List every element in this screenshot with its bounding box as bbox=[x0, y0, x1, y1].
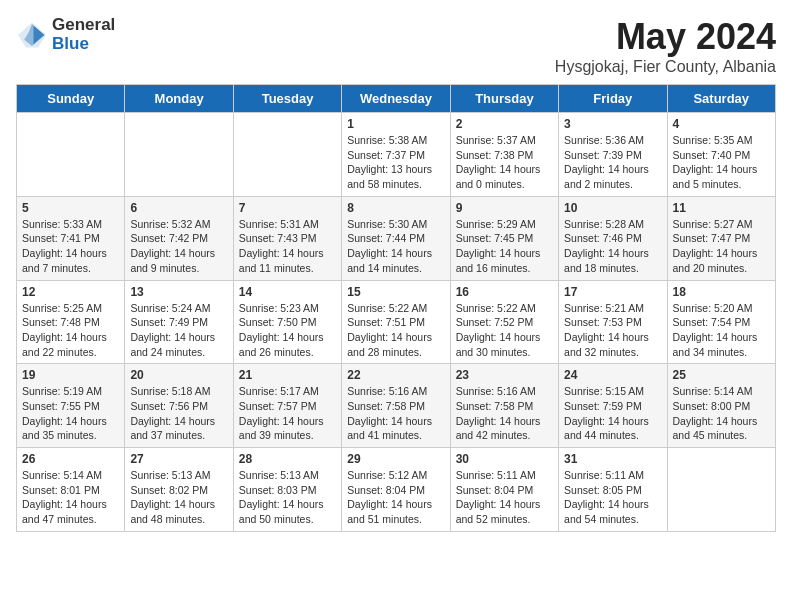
daylight-text: Daylight: 13 hours and 58 minutes. bbox=[347, 163, 432, 190]
day-header-thursday: Thursday bbox=[450, 85, 558, 113]
day-number: 1 bbox=[347, 117, 444, 131]
sunrise-text: Sunrise: 5:32 AM bbox=[130, 218, 210, 230]
cell-content: Sunrise: 5:27 AMSunset: 7:47 PMDaylight:… bbox=[673, 217, 770, 276]
daylight-text: Daylight: 14 hours and 5 minutes. bbox=[673, 163, 758, 190]
sunset-text: Sunset: 7:37 PM bbox=[347, 149, 425, 161]
daylight-text: Daylight: 14 hours and 32 minutes. bbox=[564, 331, 649, 358]
calendar-cell: 24Sunrise: 5:15 AMSunset: 7:59 PMDayligh… bbox=[559, 364, 667, 448]
daylight-text: Daylight: 14 hours and 34 minutes. bbox=[673, 331, 758, 358]
sunrise-text: Sunrise: 5:30 AM bbox=[347, 218, 427, 230]
day-number: 29 bbox=[347, 452, 444, 466]
cell-content: Sunrise: 5:24 AMSunset: 7:49 PMDaylight:… bbox=[130, 301, 227, 360]
day-number: 15 bbox=[347, 285, 444, 299]
sunset-text: Sunset: 7:58 PM bbox=[456, 400, 534, 412]
cell-content: Sunrise: 5:11 AMSunset: 8:05 PMDaylight:… bbox=[564, 468, 661, 527]
sunset-text: Sunset: 7:44 PM bbox=[347, 232, 425, 244]
calendar-cell: 14Sunrise: 5:23 AMSunset: 7:50 PMDayligh… bbox=[233, 280, 341, 364]
sunrise-text: Sunrise: 5:36 AM bbox=[564, 134, 644, 146]
daylight-text: Daylight: 14 hours and 42 minutes. bbox=[456, 415, 541, 442]
sunrise-text: Sunrise: 5:38 AM bbox=[347, 134, 427, 146]
sunrise-text: Sunrise: 5:15 AM bbox=[564, 385, 644, 397]
sunset-text: Sunset: 7:43 PM bbox=[239, 232, 317, 244]
calendar-cell bbox=[667, 448, 775, 532]
day-number: 5 bbox=[22, 201, 119, 215]
daylight-text: Daylight: 14 hours and 9 minutes. bbox=[130, 247, 215, 274]
day-header-monday: Monday bbox=[125, 85, 233, 113]
sunset-text: Sunset: 7:57 PM bbox=[239, 400, 317, 412]
calendar-cell: 22Sunrise: 5:16 AMSunset: 7:58 PMDayligh… bbox=[342, 364, 450, 448]
sunset-text: Sunset: 7:56 PM bbox=[130, 400, 208, 412]
calendar-cell: 13Sunrise: 5:24 AMSunset: 7:49 PMDayligh… bbox=[125, 280, 233, 364]
sunrise-text: Sunrise: 5:28 AM bbox=[564, 218, 644, 230]
logo-text: General Blue bbox=[52, 16, 115, 53]
calendar-week-5: 26Sunrise: 5:14 AMSunset: 8:01 PMDayligh… bbox=[17, 448, 776, 532]
day-number: 28 bbox=[239, 452, 336, 466]
day-number: 18 bbox=[673, 285, 770, 299]
daylight-text: Daylight: 14 hours and 54 minutes. bbox=[564, 498, 649, 525]
calendar-cell: 18Sunrise: 5:20 AMSunset: 7:54 PMDayligh… bbox=[667, 280, 775, 364]
calendar-week-1: 1Sunrise: 5:38 AMSunset: 7:37 PMDaylight… bbox=[17, 113, 776, 197]
cell-content: Sunrise: 5:22 AMSunset: 7:52 PMDaylight:… bbox=[456, 301, 553, 360]
cell-content: Sunrise: 5:21 AMSunset: 7:53 PMDaylight:… bbox=[564, 301, 661, 360]
sunset-text: Sunset: 7:49 PM bbox=[130, 316, 208, 328]
calendar-cell: 17Sunrise: 5:21 AMSunset: 7:53 PMDayligh… bbox=[559, 280, 667, 364]
sunrise-text: Sunrise: 5:22 AM bbox=[347, 302, 427, 314]
daylight-text: Daylight: 14 hours and 7 minutes. bbox=[22, 247, 107, 274]
cell-content: Sunrise: 5:22 AMSunset: 7:51 PMDaylight:… bbox=[347, 301, 444, 360]
calendar-cell: 23Sunrise: 5:16 AMSunset: 7:58 PMDayligh… bbox=[450, 364, 558, 448]
day-number: 23 bbox=[456, 368, 553, 382]
calendar-cell: 11Sunrise: 5:27 AMSunset: 7:47 PMDayligh… bbox=[667, 196, 775, 280]
cell-content: Sunrise: 5:16 AMSunset: 7:58 PMDaylight:… bbox=[347, 384, 444, 443]
day-number: 13 bbox=[130, 285, 227, 299]
sunrise-text: Sunrise: 5:13 AM bbox=[239, 469, 319, 481]
cell-content: Sunrise: 5:33 AMSunset: 7:41 PMDaylight:… bbox=[22, 217, 119, 276]
day-number: 10 bbox=[564, 201, 661, 215]
day-number: 31 bbox=[564, 452, 661, 466]
daylight-text: Daylight: 14 hours and 18 minutes. bbox=[564, 247, 649, 274]
sunset-text: Sunset: 7:53 PM bbox=[564, 316, 642, 328]
cell-content: Sunrise: 5:18 AMSunset: 7:56 PMDaylight:… bbox=[130, 384, 227, 443]
sunrise-text: Sunrise: 5:20 AM bbox=[673, 302, 753, 314]
sunset-text: Sunset: 7:45 PM bbox=[456, 232, 534, 244]
day-number: 3 bbox=[564, 117, 661, 131]
sunrise-text: Sunrise: 5:16 AM bbox=[347, 385, 427, 397]
daylight-text: Daylight: 14 hours and 28 minutes. bbox=[347, 331, 432, 358]
sunset-text: Sunset: 7:48 PM bbox=[22, 316, 100, 328]
calendar-cell: 15Sunrise: 5:22 AMSunset: 7:51 PMDayligh… bbox=[342, 280, 450, 364]
day-number: 30 bbox=[456, 452, 553, 466]
calendar-cell: 20Sunrise: 5:18 AMSunset: 7:56 PMDayligh… bbox=[125, 364, 233, 448]
calendar-cell bbox=[17, 113, 125, 197]
day-number: 14 bbox=[239, 285, 336, 299]
sunset-text: Sunset: 8:04 PM bbox=[456, 484, 534, 496]
cell-content: Sunrise: 5:14 AMSunset: 8:00 PMDaylight:… bbox=[673, 384, 770, 443]
daylight-text: Daylight: 14 hours and 44 minutes. bbox=[564, 415, 649, 442]
day-header-tuesday: Tuesday bbox=[233, 85, 341, 113]
cell-content: Sunrise: 5:14 AMSunset: 8:01 PMDaylight:… bbox=[22, 468, 119, 527]
cell-content: Sunrise: 5:36 AMSunset: 7:39 PMDaylight:… bbox=[564, 133, 661, 192]
sunrise-text: Sunrise: 5:23 AM bbox=[239, 302, 319, 314]
calendar-cell: 9Sunrise: 5:29 AMSunset: 7:45 PMDaylight… bbox=[450, 196, 558, 280]
sunset-text: Sunset: 7:52 PM bbox=[456, 316, 534, 328]
daylight-text: Daylight: 14 hours and 11 minutes. bbox=[239, 247, 324, 274]
cell-content: Sunrise: 5:11 AMSunset: 8:04 PMDaylight:… bbox=[456, 468, 553, 527]
sunrise-text: Sunrise: 5:37 AM bbox=[456, 134, 536, 146]
day-number: 12 bbox=[22, 285, 119, 299]
daylight-text: Daylight: 14 hours and 37 minutes. bbox=[130, 415, 215, 442]
day-number: 2 bbox=[456, 117, 553, 131]
calendar-cell: 29Sunrise: 5:12 AMSunset: 8:04 PMDayligh… bbox=[342, 448, 450, 532]
day-header-sunday: Sunday bbox=[17, 85, 125, 113]
sunrise-text: Sunrise: 5:21 AM bbox=[564, 302, 644, 314]
day-header-wednesday: Wednesday bbox=[342, 85, 450, 113]
sunrise-text: Sunrise: 5:18 AM bbox=[130, 385, 210, 397]
sunset-text: Sunset: 8:02 PM bbox=[130, 484, 208, 496]
calendar-cell: 4Sunrise: 5:35 AMSunset: 7:40 PMDaylight… bbox=[667, 113, 775, 197]
calendar-cell: 3Sunrise: 5:36 AMSunset: 7:39 PMDaylight… bbox=[559, 113, 667, 197]
calendar-cell: 6Sunrise: 5:32 AMSunset: 7:42 PMDaylight… bbox=[125, 196, 233, 280]
cell-content: Sunrise: 5:25 AMSunset: 7:48 PMDaylight:… bbox=[22, 301, 119, 360]
cell-content: Sunrise: 5:13 AMSunset: 8:02 PMDaylight:… bbox=[130, 468, 227, 527]
daylight-text: Daylight: 14 hours and 48 minutes. bbox=[130, 498, 215, 525]
cell-content: Sunrise: 5:30 AMSunset: 7:44 PMDaylight:… bbox=[347, 217, 444, 276]
cell-content: Sunrise: 5:35 AMSunset: 7:40 PMDaylight:… bbox=[673, 133, 770, 192]
calendar-cell: 16Sunrise: 5:22 AMSunset: 7:52 PMDayligh… bbox=[450, 280, 558, 364]
page-header: General Blue May 2024 Hysgjokaj, Fier Co… bbox=[16, 16, 776, 76]
